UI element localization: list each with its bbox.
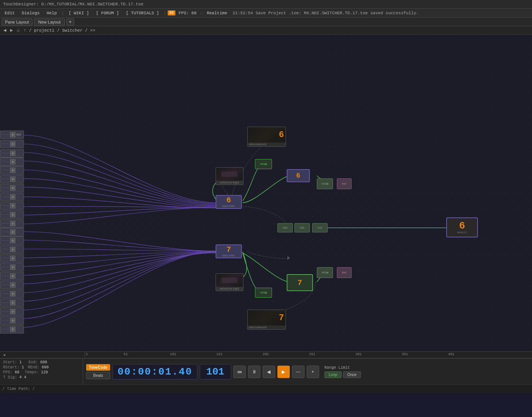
nav-home[interactable]: ⌂ [15, 28, 20, 33]
video-node-orange-bottom[interactable]: 7 ndivideoin2 [247, 310, 286, 330]
pink-node-2[interactable]: out [337, 267, 352, 278]
ndi-node-top[interactable]: ndi▤ [255, 159, 272, 169]
connections-svg [0, 35, 532, 351]
input-node-22[interactable]: --- ▤ [0, 316, 24, 325]
small-node-c[interactable]: out [312, 223, 328, 232]
input-node-18[interactable]: --- ▤ [0, 281, 24, 289]
oi-badge[interactable]: OI [168, 10, 175, 15]
output-node-6[interactable]: 6 model1 [446, 217, 478, 237]
input-node-12[interactable]: --- ▤ [0, 228, 24, 236]
process-node-2[interactable]: ndi▤ [317, 267, 333, 278]
input-node-15[interactable]: --- ▤ [0, 254, 24, 263]
title-text: TouchDesigner: D:/MX_TUTORIAL/MX.NDI.SWI… [3, 2, 143, 7]
menu-help[interactable]: Help [44, 10, 60, 16]
input-node-6[interactable]: --- ▤ [0, 175, 24, 183]
input-node-14[interactable]: --- ▤ [0, 245, 24, 254]
btn-pause[interactable]: ⏸ [248, 366, 260, 378]
input-node-1[interactable]: --- ▤ NDI [0, 131, 24, 139]
small-node-b[interactable]: ndi [294, 223, 310, 232]
range-area: Range Limit Loop Once [325, 366, 361, 378]
btn-step-back[interactable]: ◀ [263, 366, 275, 378]
fps-display: FPS: 60 [176, 10, 199, 16]
video-preview-node-top[interactable]: selectortop1 [216, 167, 243, 185]
green-border-7-node[interactable]: 7 [287, 274, 313, 291]
input-node-20[interactable]: --- ▤ [0, 298, 24, 307]
time-display: 00:00:01.40 [112, 364, 197, 380]
path-bar: / Time Path: / [0, 385, 532, 393]
svg-marker-1 [287, 256, 290, 260]
menu-wiki[interactable]: [ WIKI ] [66, 10, 92, 16]
small-node-a[interactable]: ndi [277, 223, 293, 232]
sep2: | [163, 11, 167, 15]
btn-step-fwd[interactable]: — [292, 366, 304, 378]
input-node-16[interactable]: --- ▤ [0, 263, 24, 271]
nav-up[interactable]: ↑ [22, 28, 27, 33]
input-node-9[interactable]: --- ▤ [0, 202, 24, 210]
realtime-btn[interactable]: Realtime [204, 10, 229, 16]
pane-layout-btn[interactable]: Pane Layout [2, 19, 32, 25]
input-node-19[interactable]: --- ▤ [0, 290, 24, 298]
title-bar: TouchDesigner: D:/MX_TUTORIAL/MX.NDI.SWI… [0, 0, 532, 8]
input-node-4[interactable]: --- ▤ [0, 158, 24, 166]
beats-btn[interactable]: Beats [86, 372, 110, 379]
status-text: 21:52:54 Save Project .toe: MX.NDI.SWITC… [230, 10, 530, 16]
input-node-11[interactable]: --- ▤ [0, 219, 24, 228]
breadcrumb-path: / project1 / Switcher / >> [29, 28, 95, 33]
menu-forum[interactable]: [ FORUM ] [93, 10, 122, 16]
input-node-10[interactable]: --- ▤ [0, 210, 24, 219]
nav-forward[interactable]: ▶ [9, 27, 14, 33]
input-node-13[interactable]: --- ▤ [0, 236, 24, 245]
once-btn[interactable]: Once [343, 371, 361, 378]
input-node-17[interactable]: --- ▤ [0, 272, 24, 280]
canvas-area[interactable]: --- ▤ NDI --- ▤ --- ▤ --- ▤ --- ▤ --- ▤ [0, 35, 532, 351]
transport-area: TimeCode Beats 00:00:01.40 101 ⏮ ⏸ ◀ ▶ —… [83, 359, 532, 385]
input-node-3[interactable]: --- ▤ [0, 149, 24, 158]
input-node-21[interactable]: --- ▤ [0, 307, 24, 316]
frame-display: 101 [200, 364, 231, 380]
center-switcher-7[interactable]: 7 switcher [216, 244, 242, 258]
video-preview-node-bottom[interactable]: selectortop2 [216, 273, 243, 291]
input-node-5[interactable]: --- ▤ [0, 166, 24, 175]
nav-back[interactable]: ◀ [2, 27, 7, 33]
btn-end[interactable]: + [307, 366, 319, 378]
menu-dialogs[interactable]: Dialogs [19, 10, 42, 16]
process-node-1[interactable]: ndi▤ [317, 178, 333, 189]
video-node-orange-top[interactable]: 6 ndivideoin1 [247, 127, 286, 147]
pink-node-1[interactable]: out [337, 178, 352, 189]
timeline-bar: ◀ 1 51 101 151 201 251 301 351 401 [0, 351, 532, 358]
ndi-node-bottom[interactable]: ndi▤ [255, 288, 272, 298]
menu-bar: Edit Dialogs Help | [ WIKI ] [ FORUM ] [… [0, 8, 532, 18]
center-switcher-6[interactable]: 6 switcher [216, 195, 242, 209]
timecode-btn[interactable]: TimeCode [86, 364, 110, 371]
btn-play[interactable]: ▶ [277, 366, 290, 378]
input-node-23[interactable]: --- ▤ [0, 325, 24, 334]
bottom-controls: Start: 1 End: 600 RStart: 1 REnd: 600 FP… [0, 358, 532, 385]
path-text: / Time Path: / [2, 387, 35, 391]
breadcrumb-bar: ◀ ▶ ⌂ ↑ / project1 / Switcher / >> [0, 26, 532, 35]
add-layout-btn[interactable]: + [66, 19, 74, 25]
pane-bar: Pane Layout New Layout + [0, 18, 532, 26]
input-node-7[interactable]: --- ▤ [0, 184, 24, 192]
new-layout-btn[interactable]: New Layout [34, 19, 65, 25]
stats-panel: Start: 1 End: 600 RStart: 1 REnd: 600 FP… [0, 359, 83, 385]
sep1: | [61, 11, 65, 15]
btn-start[interactable]: ⏮ [233, 366, 246, 378]
timeline-ruler[interactable]: 1 51 101 151 201 251 301 351 401 [85, 352, 532, 358]
menu-edit[interactable]: Edit [2, 10, 18, 16]
loop-btn[interactable]: Loop [325, 371, 342, 378]
menu-tutorials[interactable]: [ TUTORIALS ] [123, 10, 162, 16]
switch-6-node[interactable]: 6 [287, 169, 310, 182]
sep3: ☐ [200, 10, 204, 15]
input-node-8[interactable]: --- ▤ [0, 193, 24, 201]
input-node-2[interactable]: --- ▤ [0, 140, 24, 148]
